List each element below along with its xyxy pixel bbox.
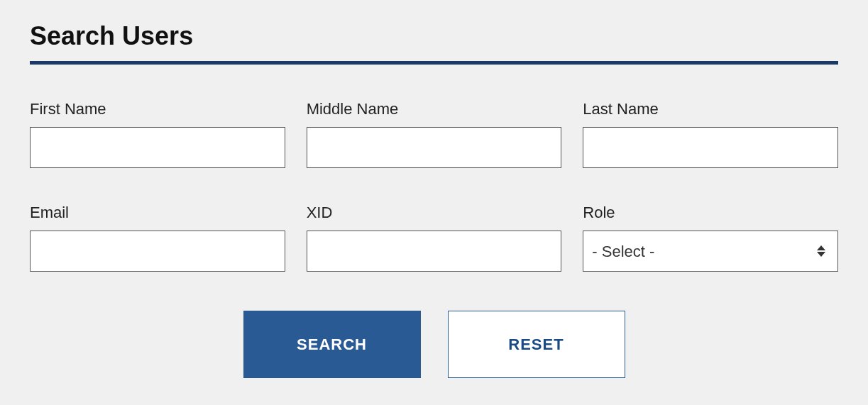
form-grid: First Name Middle Name Last Name Email X… (30, 100, 838, 272)
search-users-form: Search Users First Name Middle Name Last… (0, 0, 868, 399)
role-select[interactable]: - Select - (583, 231, 838, 272)
email-label: Email (30, 204, 285, 222)
xid-label: XID (307, 204, 562, 222)
middle-name-input[interactable] (307, 127, 562, 168)
field-xid: XID (307, 204, 562, 272)
first-name-input[interactable] (30, 127, 285, 168)
xid-input[interactable] (307, 231, 562, 272)
first-name-label: First Name (30, 100, 285, 118)
role-select-wrapper: - Select - (583, 231, 838, 272)
role-label: Role (583, 204, 838, 222)
field-middle-name: Middle Name (307, 100, 562, 168)
field-first-name: First Name (30, 100, 285, 168)
email-input[interactable] (30, 231, 285, 272)
title-divider (30, 61, 838, 65)
reset-button[interactable]: RESET (448, 311, 625, 378)
button-row: SEARCH RESET (30, 311, 838, 378)
last-name-input[interactable] (583, 127, 838, 168)
field-role: Role - Select - (583, 204, 838, 272)
field-last-name: Last Name (583, 100, 838, 168)
page-title: Search Users (30, 21, 838, 51)
middle-name-label: Middle Name (307, 100, 562, 118)
last-name-label: Last Name (583, 100, 838, 118)
search-button[interactable]: SEARCH (243, 311, 421, 378)
field-email: Email (30, 204, 285, 272)
